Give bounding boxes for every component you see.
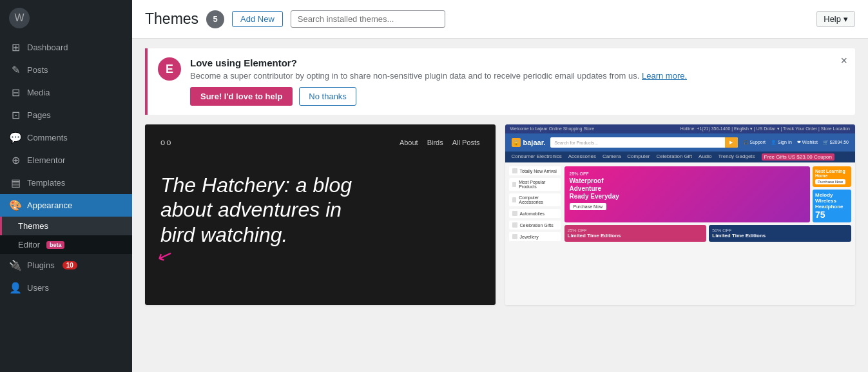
dark-title: The Hatchery: a blog about adventures in… bbox=[160, 173, 480, 247]
shop-sidebar: Totally New Arrival Most Popular Product… bbox=[509, 166, 561, 301]
sidebar-subitem-themes[interactable]: Themes bbox=[0, 217, 132, 235]
dark-logo: oo bbox=[160, 137, 172, 147]
sidebar-item-dashboard[interactable]: ⊞ Dashboard bbox=[0, 36, 132, 59]
plugins-badge: 10 bbox=[63, 261, 77, 269]
sidebar-item-label: Posts bbox=[27, 65, 48, 75]
chevron-down-icon: ▾ bbox=[844, 14, 848, 24]
page-title: Themes bbox=[145, 10, 198, 28]
themes-count-badge: 5 bbox=[206, 10, 224, 28]
appearance-submenu: Themes Editor beta bbox=[0, 217, 132, 254]
sidebar-item-label: Pages bbox=[27, 110, 51, 120]
no-thanks-button[interactable]: No thanks bbox=[299, 87, 356, 106]
notice-title: Love using Elementor? bbox=[190, 57, 845, 68]
shop-sidebar-item: Automobiles bbox=[509, 209, 561, 218]
shop-limited1: 25% OFF Limited Time Editions bbox=[564, 225, 707, 242]
wordpress-icon: W bbox=[9, 8, 30, 28]
shop-side-banners: Nest Learning Home Purchase Now Melody W… bbox=[813, 166, 851, 222]
add-new-button[interactable]: Add New bbox=[232, 11, 283, 27]
sidebar-item-label: Elementor bbox=[27, 155, 65, 165]
pages-icon: ⊡ bbox=[9, 109, 22, 121]
shop-bottom-banners: 25% OFF Limited Time Editions 50% OFF Li… bbox=[564, 225, 852, 242]
shop-sidebar-item: Jewellery bbox=[509, 232, 561, 241]
dark-nav: oo About Birds All Posts bbox=[160, 137, 480, 147]
bajaar-preview: Welcome to bajaar Online Shopping Store … bbox=[505, 124, 856, 305]
sidebar-item-label: Comments bbox=[27, 133, 68, 142]
learn-more-link[interactable]: Learn more. bbox=[642, 71, 687, 81]
elementor-icon: ⊕ bbox=[9, 154, 22, 166]
sidebar-item-media[interactable]: ⊟ Media bbox=[0, 81, 132, 104]
shop-search-text: Search for Products... bbox=[550, 141, 724, 145]
shop-nav: Consumer Electronics Accessories Camera … bbox=[505, 152, 856, 162]
sidebar-item-label: Media bbox=[27, 88, 50, 97]
main-content: Themes 5 Add New Help ▾ E Love using Ele… bbox=[132, 0, 868, 372]
sidebar-item-templates[interactable]: ▤ Templates bbox=[0, 171, 132, 194]
shop-sidebar-item: Most Popular Products bbox=[509, 178, 561, 191]
comments-icon: 💬 bbox=[9, 132, 22, 144]
close-notice-button[interactable]: × bbox=[840, 55, 847, 66]
shop-body: Totally New Arrival Most Popular Product… bbox=[505, 162, 856, 305]
content-area: E Love using Elementor? Become a super c… bbox=[132, 39, 868, 372]
sidebar-logo: W bbox=[0, 0, 132, 36]
dark-nav-links: About Birds All Posts bbox=[400, 139, 480, 146]
search-input[interactable] bbox=[291, 10, 445, 28]
sidebar-item-label: Appearance bbox=[27, 201, 72, 210]
dark-content: The Hatchery: a blog about adventures in… bbox=[160, 173, 480, 292]
shop-buy-btn2[interactable]: Purchase Now bbox=[815, 179, 845, 184]
shop-limited2: 50% OFF Limited Time Editions bbox=[709, 225, 851, 242]
theme-card-bajaar[interactable]: Welcome to bajaar Online Shopping Store … bbox=[505, 124, 856, 305]
shop-header: 🔒 bajaar. Search for Products... ▶ 🎧 Sup… bbox=[505, 133, 856, 152]
shop-logo-text: bajaar. bbox=[523, 139, 546, 146]
shop-banner-small1: Nest Learning Home Purchase Now bbox=[813, 166, 851, 187]
posts-icon: ✎ bbox=[9, 64, 22, 76]
shop-banner-small2: Melody Wireless Headphone 75 bbox=[813, 190, 851, 222]
theme-card-hatchery[interactable]: oo About Birds All Posts The Hatchery: a… bbox=[145, 124, 496, 305]
sidebar-item-pages[interactable]: ⊡ Pages bbox=[0, 104, 132, 126]
sidebar-item-plugins[interactable]: 🔌 Plugins 10 bbox=[0, 254, 132, 277]
appearance-icon: 🎨 bbox=[9, 199, 22, 211]
shop-logo-icon: 🔒 bbox=[512, 138, 521, 147]
plugins-icon: 🔌 bbox=[9, 259, 22, 271]
shop-banners: 25% OFF WaterproofAdventureReady Everyda… bbox=[564, 166, 852, 222]
notice-text: Become a super contributor by opting in … bbox=[190, 71, 845, 81]
help-label: Help bbox=[824, 14, 841, 24]
templates-icon: ▤ bbox=[9, 177, 22, 189]
sidebar-item-elementor[interactable]: ⊕ Elementor bbox=[0, 149, 132, 171]
help-button[interactable]: Help ▾ bbox=[816, 11, 855, 27]
sidebar-item-label: Dashboard bbox=[27, 43, 68, 52]
shop-sidebar-item: Totally New Arrival bbox=[509, 166, 561, 175]
topbar: Themes 5 Add New Help ▾ bbox=[132, 0, 868, 39]
media-icon: ⊟ bbox=[9, 86, 22, 99]
shop-topbar: Welcome to bajaar Online Shopping Store … bbox=[505, 124, 856, 133]
shop-sidebar-item: Celebration Gifts bbox=[509, 220, 561, 230]
elementor-logo-icon: E bbox=[158, 57, 181, 81]
sidebar-item-comments[interactable]: 💬 Comments bbox=[0, 126, 132, 149]
themes-grid: oo About Birds All Posts The Hatchery: a… bbox=[145, 124, 855, 305]
topbar-left: Themes 5 Add New bbox=[145, 10, 445, 28]
sidebar-item-label: Templates bbox=[27, 178, 65, 188]
sure-help-button[interactable]: Sure! I'd love to help bbox=[190, 87, 293, 106]
elementor-notice: E Love using Elementor? Become a super c… bbox=[145, 48, 855, 115]
shop-header-icons: 🎧 Support 👤 Sign In ❤ Wishlist 🛒 $2094.5… bbox=[743, 140, 849, 145]
sidebar-item-users[interactable]: 👤 Users bbox=[0, 277, 132, 299]
sidebar-item-appearance[interactable]: 🎨 Appearance bbox=[0, 194, 132, 217]
shop-buy-btn[interactable]: Purchase Now bbox=[570, 203, 607, 210]
sidebar-item-label: Users bbox=[27, 283, 49, 293]
beta-badge: beta bbox=[46, 241, 65, 249]
dashboard-icon: ⊞ bbox=[9, 41, 22, 54]
shop-main: 25% OFF WaterproofAdventureReady Everyda… bbox=[564, 166, 852, 301]
shop-sidebar-item: Computer Accessories bbox=[509, 193, 561, 206]
editor-label: Editor bbox=[18, 240, 40, 250]
shop-search-bar: Search for Products... ▶ bbox=[550, 137, 737, 148]
shop-search-btn: ▶ bbox=[725, 137, 738, 148]
users-icon: 👤 bbox=[9, 282, 22, 294]
hatchery-preview: oo About Birds All Posts The Hatchery: a… bbox=[145, 124, 496, 305]
notice-body: Love using Elementor? Become a super con… bbox=[190, 57, 845, 106]
themes-label: Themes bbox=[18, 221, 48, 231]
shop-main-banner: 25% OFF WaterproofAdventureReady Everyda… bbox=[564, 166, 811, 222]
notice-actions: Sure! I'd love to help No thanks bbox=[190, 87, 845, 106]
shop-logo: 🔒 bajaar. bbox=[512, 138, 546, 147]
sidebar-subitem-editor[interactable]: Editor beta bbox=[0, 235, 132, 254]
sidebar-item-label: Plugins bbox=[27, 260, 55, 270]
sidebar: W ⊞ Dashboard ✎ Posts ⊟ Media ⊡ Pages 💬 … bbox=[0, 0, 132, 372]
sidebar-item-posts[interactable]: ✎ Posts bbox=[0, 59, 132, 81]
